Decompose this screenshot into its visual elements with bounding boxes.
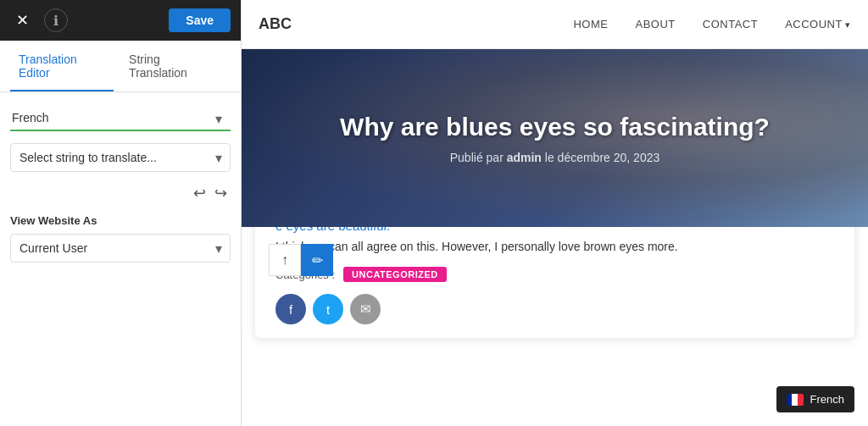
info-button[interactable]: ℹ bbox=[44, 8, 68, 32]
subtitle-author: admin bbox=[507, 151, 542, 164]
undo-button[interactable]: ↩ bbox=[193, 184, 206, 202]
hero-section: Why are blues eyes so fascinating? Publi… bbox=[242, 49, 868, 227]
language-badge-label: French bbox=[810, 393, 844, 406]
redo-button[interactable]: ↪ bbox=[214, 184, 227, 202]
undo-redo-bar: ↩ ↪ bbox=[10, 184, 231, 202]
nav-links: HOME ABOUT CONTACT ACCOUNT bbox=[573, 18, 851, 30]
string-select[interactable]: Select string to translate... bbox=[10, 143, 231, 172]
panel-body: French Spanish German Italian Select str… bbox=[0, 92, 241, 426]
toolbar: ✕ ℹ Save bbox=[0, 0, 241, 41]
hero-title: Why are blues eyes so fascinating? bbox=[323, 112, 787, 142]
subtitle-suffix: le décembre 20, 2023 bbox=[542, 151, 659, 164]
left-panel: ✕ ℹ Save Translation Editor String Trans… bbox=[0, 0, 242, 426]
twitter-icon[interactable]: t bbox=[313, 294, 343, 324]
language-select[interactable]: French Spanish German Italian bbox=[10, 106, 231, 131]
site-logo: ABC bbox=[259, 15, 292, 33]
view-as-select[interactable]: Current User Guest Admin bbox=[10, 234, 231, 263]
nav-contact[interactable]: CONTACT bbox=[703, 18, 758, 30]
tab-string-translation[interactable]: String Translation bbox=[120, 41, 224, 91]
content-text-normal: I think we can all agree on this. Howeve… bbox=[275, 240, 834, 253]
content-area: ↑ ✏ e eyes are beautiful. I think we can… bbox=[242, 227, 868, 426]
subtitle-prefix: Publié par bbox=[450, 151, 507, 164]
nav-about[interactable]: ABOUT bbox=[635, 18, 675, 30]
upload-button[interactable]: ↑ bbox=[269, 244, 301, 276]
category-badge[interactable]: UNCATEGORIZED bbox=[343, 267, 447, 282]
save-button[interactable]: Save bbox=[169, 8, 231, 32]
nav-home[interactable]: HOME bbox=[573, 18, 608, 30]
categories-row: Catégories : UNCATEGORIZED bbox=[275, 267, 834, 282]
string-select-wrapper: Select string to translate... bbox=[10, 143, 231, 172]
edit-pencil-button[interactable]: ✏ bbox=[301, 244, 333, 276]
view-website-label: View Website As bbox=[10, 214, 231, 227]
view-website-section: View Website As Current User Guest Admin bbox=[10, 214, 231, 263]
language-badge[interactable]: French bbox=[776, 386, 854, 412]
content-card: ↑ ✏ e eyes are beautiful. I think we can… bbox=[255, 227, 854, 338]
tab-translation-editor[interactable]: Translation Editor bbox=[10, 41, 114, 91]
social-icons: f t ✉ bbox=[275, 294, 834, 324]
language-select-wrapper: French Spanish German Italian bbox=[10, 106, 231, 131]
french-flag bbox=[787, 394, 804, 406]
tabs: Translation Editor String Translation bbox=[0, 41, 241, 92]
view-as-select-wrapper: Current User Guest Admin bbox=[10, 234, 231, 263]
email-icon[interactable]: ✉ bbox=[350, 294, 381, 324]
site-nav: ABC HOME ABOUT CONTACT ACCOUNT bbox=[242, 0, 868, 49]
facebook-icon[interactable]: f bbox=[275, 294, 306, 324]
nav-account[interactable]: ACCOUNT bbox=[785, 18, 851, 30]
edit-toolbar: ↑ ✏ bbox=[269, 244, 333, 276]
right-panel: ABC HOME ABOUT CONTACT ACCOUNT Why are b… bbox=[242, 0, 868, 426]
content-text-blue: e eyes are beautiful. bbox=[275, 227, 834, 233]
close-button[interactable]: ✕ bbox=[10, 8, 34, 32]
hero-subtitle: Publié par admin le décembre 20, 2023 bbox=[450, 151, 660, 164]
